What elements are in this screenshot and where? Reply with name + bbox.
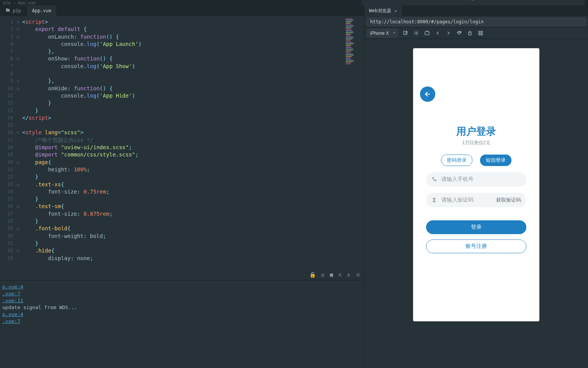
svg-rect-8: [481, 34, 482, 35]
nav-forward-icon[interactable]: [445, 30, 451, 36]
gutter: 1234567891011121314151617181920212223242…: [0, 16, 15, 280]
tab-folder-p2p[interactable]: p2p: [0, 5, 27, 16]
svg-rect-6: [481, 31, 482, 33]
gear-icon[interactable]: [413, 30, 419, 36]
breadcrumb-file[interactable]: App.vue: [18, 0, 36, 5]
collapse-up-icon[interactable]: ∧: [347, 272, 350, 278]
reload-icon[interactable]: [456, 30, 462, 36]
phone-preview: 用户登录 1万日息仅2元 密码登录 短信登录 请输入手机号: [413, 48, 539, 321]
svg-point-2: [415, 33, 417, 34]
code-body[interactable]: <script> export default { onLaunch: func…: [21, 16, 364, 280]
console-line[interactable]: .vue:7: [2, 318, 362, 325]
get-code-button[interactable]: 获取验证码: [496, 197, 521, 204]
close-icon[interactable]: ×: [394, 8, 397, 14]
phone-input-placeholder: 请输入手机号: [441, 176, 474, 183]
stop-icon[interactable]: ■: [330, 272, 333, 278]
login-button[interactable]: 登录: [426, 220, 526, 234]
code-input-placeholder: 请输入验证码: [441, 197, 474, 204]
screenshot-icon[interactable]: [424, 30, 430, 36]
tab-sms-login[interactable]: 短信登录: [480, 155, 511, 166]
register-button[interactable]: 账号注册: [426, 239, 526, 253]
minimap[interactable]: [346, 18, 362, 64]
lock-icon[interactable]: 🔒: [309, 272, 316, 278]
search-files-icon[interactable]: [470, 0, 476, 2]
breadcrumb-sep: ›: [13, 0, 16, 5]
editor-tabs: p2p App.vue: [0, 5, 364, 16]
device-select[interactable]: iPhone X: [367, 29, 398, 37]
breadcrumb-bar: p2p › App.vue 输入文件名: [0, 0, 588, 5]
browser-tab-title: Web浏览器: [369, 8, 391, 14]
back-button[interactable]: [420, 86, 435, 102]
console-line: update signal from WDS...: [2, 304, 362, 311]
svg-rect-7: [479, 34, 480, 35]
tab-folder-label: p2p: [13, 8, 21, 13]
console-line[interactable]: p.vue:4: [2, 283, 362, 290]
tab-file-label: App.vue: [32, 8, 52, 13]
browser-toolbar: iPhone X: [364, 28, 588, 39]
breadcrumb-root[interactable]: p2p: [3, 0, 11, 5]
target-icon[interactable]: ◎: [321, 272, 324, 278]
login-subtitle: 1万日息仅2元: [462, 140, 490, 146]
code-editor[interactable]: 1234567891011121314151617181920212223242…: [0, 16, 364, 280]
svg-rect-4: [468, 33, 471, 35]
svg-rect-3: [425, 32, 429, 35]
shuffle-icon[interactable]: ⤭: [356, 272, 360, 278]
web-browser-panel: Web浏览器 × iPhone X: [364, 5, 588, 368]
lock-icon[interactable]: [467, 30, 473, 36]
console-line[interactable]: .vue:11: [2, 297, 362, 304]
tab-password-login[interactable]: 密码登录: [441, 155, 472, 166]
code-input[interactable]: 请输入验证码 获取验证码: [426, 193, 526, 207]
phone-icon: [431, 177, 438, 182]
console-panel[interactable]: p.vue:4.vue:7.vue:11 update signal from …: [0, 280, 364, 368]
address-bar[interactable]: [367, 18, 586, 26]
open-external-icon[interactable]: [402, 30, 408, 36]
grid-icon[interactable]: [477, 30, 483, 36]
svg-rect-5: [479, 31, 480, 33]
fold-column: ⊟⊟⊟⊟⊟⊟⊟⊟⊟⊟⊟⊟: [15, 16, 21, 280]
browser-tab[interactable]: Web浏览器 ×: [364, 5, 402, 16]
export-icon[interactable]: ⇱: [338, 272, 341, 278]
folder-icon: [5, 8, 10, 14]
tab-file-appvue[interactable]: App.vue: [27, 5, 57, 16]
login-title: 用户登录: [456, 125, 496, 138]
hourglass-icon: [431, 197, 438, 203]
nav-back-icon[interactable]: [434, 30, 441, 36]
phone-input[interactable]: 请输入手机号: [426, 172, 526, 187]
editor-footer-icons: 🔒 ◎ ■ ⇱ ∧ ⤭: [309, 272, 360, 278]
console-line[interactable]: p.vue:4: [2, 311, 362, 318]
console-line[interactable]: .vue:7: [2, 290, 362, 297]
